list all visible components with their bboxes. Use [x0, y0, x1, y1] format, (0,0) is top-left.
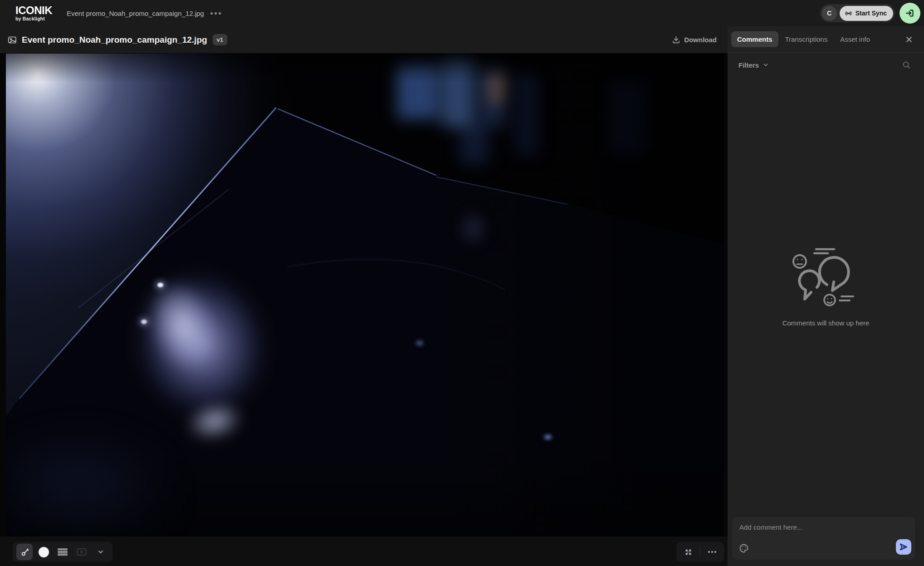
user-sync-group: C Start Sync [820, 4, 895, 22]
palette-icon [738, 543, 749, 554]
chevron-down-icon [97, 548, 104, 556]
annotation-color-button[interactable] [35, 544, 52, 560]
photo-vignette [6, 54, 724, 536]
filters-row: Filters [728, 53, 924, 77]
annotation-palette-button[interactable] [738, 542, 750, 554]
asset-header: Event promo_Noah_promo_campaign_12.jpg v… [0, 26, 728, 53]
send-comment-button[interactable] [896, 539, 911, 555]
breadcrumb-filename[interactable]: Event promo_Noah_promo_campaign_12.jpg [67, 10, 204, 17]
top-bar: ICONIK by Backlight Event promo_Noah_pro… [0, 0, 924, 26]
comment-composer[interactable] [732, 517, 915, 560]
iconik-logo-text: ICONIK [15, 5, 52, 16]
breadcrumb: Event promo_Noah_promo_campaign_12.jpg [67, 10, 223, 17]
top-bar-actions: C Start Sync [820, 3, 920, 24]
start-sync-label: Start Sync [856, 10, 887, 17]
close-icon [905, 36, 913, 43]
filters-label: Filters [738, 61, 759, 69]
chevron-down-icon [763, 62, 769, 68]
send-icon [899, 542, 908, 551]
search-icon [902, 60, 911, 69]
annotation-tools [13, 542, 112, 562]
download-label: Download [684, 36, 717, 44]
tab-comments[interactable]: Comments [731, 31, 778, 47]
enter-icon [905, 8, 915, 18]
asset-title: Event promo_Noah_promo_campaign_12.jpg [22, 35, 207, 45]
fullscreen-button[interactable] [680, 544, 696, 560]
version-badge[interactable]: v1 [213, 34, 227, 45]
avatar[interactable]: C [822, 6, 837, 21]
toolbar-divider [700, 547, 700, 557]
asset-preview-image[interactable] [6, 54, 724, 536]
download-button[interactable]: Download [672, 35, 717, 44]
stroke-width-icon [57, 548, 68, 556]
expand-icon [684, 548, 693, 556]
color-swatch-white [39, 547, 49, 557]
clear-annotations-button[interactable] [73, 544, 90, 560]
ellipsis-icon [708, 551, 717, 553]
open-app-button[interactable] [900, 3, 920, 24]
comment-input[interactable] [739, 523, 908, 531]
filters-dropdown[interactable]: Filters [738, 61, 769, 69]
comments-empty-state: Comments will show up here [782, 246, 870, 327]
stroke-width-button[interactable] [54, 544, 71, 560]
viewer-toolbar [0, 536, 728, 566]
download-icon [672, 35, 680, 44]
comments-list-area: Comments will show up here [728, 77, 924, 512]
empty-state-text: Comments will show up here [782, 319, 870, 327]
iconik-logo[interactable]: ICONIK by Backlight [15, 5, 52, 21]
pen-icon [20, 548, 29, 556]
comments-panel: Comments Transcriptions Asset info Filte… [728, 26, 924, 566]
iconik-logo-subtitle: by Backlight [15, 16, 52, 21]
view-tools [676, 542, 724, 562]
tab-transcriptions[interactable]: Transcriptions [779, 31, 834, 47]
broadcast-icon [845, 10, 852, 17]
annotation-options-button[interactable] [93, 544, 109, 560]
clear-annotations-icon [76, 548, 87, 556]
tab-asset-info[interactable]: Asset info [834, 31, 876, 47]
close-panel-button[interactable] [902, 33, 916, 46]
annotation-pen-button[interactable] [16, 544, 33, 560]
panel-tabs: Comments Transcriptions Asset info [728, 26, 924, 53]
chat-bubbles-illustration [787, 246, 865, 311]
search-comments-button[interactable] [900, 58, 913, 72]
viewer-column: Event promo_Noah_promo_campaign_12.jpg v… [0, 26, 728, 566]
image-file-icon [7, 35, 17, 45]
app-window: ICONIK by Backlight Event promo_Noah_pro… [0, 0, 924, 566]
more-options-button[interactable] [704, 544, 720, 560]
start-sync-button[interactable]: Start Sync [840, 6, 893, 21]
breadcrumb-more-icon[interactable] [209, 10, 223, 16]
